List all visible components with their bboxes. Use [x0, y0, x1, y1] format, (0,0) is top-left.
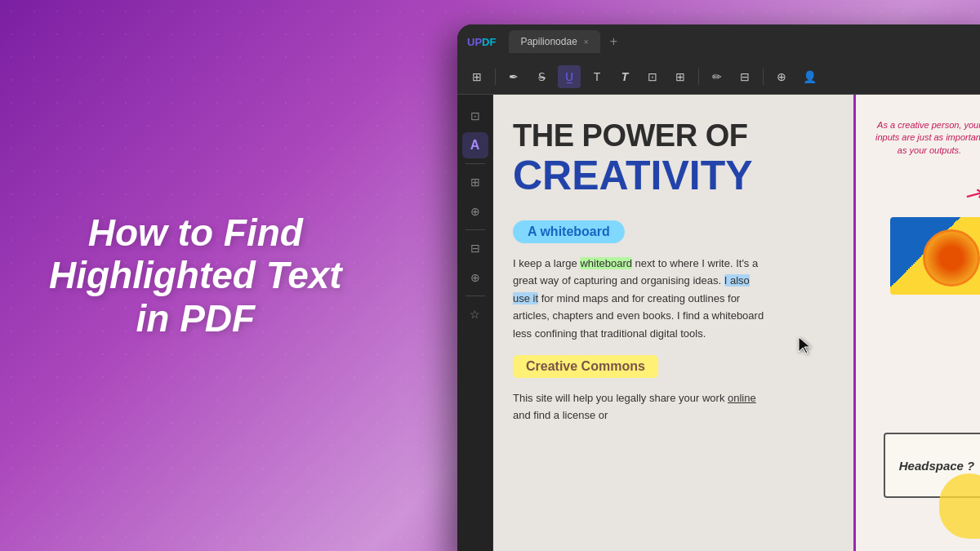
toolbar-sep-1 — [495, 69, 496, 85]
highlight-whiteboard: whiteboard — [580, 257, 632, 269]
toolbar-underline-icon[interactable]: U̲ — [558, 65, 581, 88]
toolbar-highlight-icon[interactable]: ✏ — [706, 65, 728, 88]
toolbar-user-icon[interactable]: 👤 — [798, 65, 821, 88]
right-quote-text: As a creative person, your inputs are ju… — [872, 119, 980, 157]
toolbar-sep-3 — [763, 69, 764, 85]
app-window: UPDF Papilionodae × + ⊞ ✒ S̶ U̲ T T ⊡ ⊞ … — [457, 24, 980, 551]
toolbar-text-icon[interactable]: T — [586, 65, 608, 88]
sidebar-sep-3 — [466, 295, 485, 296]
tab-close-button[interactable]: × — [584, 38, 589, 47]
sidebar-layers-icon[interactable]: ⊟ — [462, 235, 488, 261]
online-link[interactable]: online — [728, 392, 756, 404]
pdf-content: THE POWER OF CREATIVITY A whiteboard I k… — [493, 95, 980, 551]
sidebar-sep-1 — [466, 163, 485, 164]
sidebar-sep-2 — [466, 229, 485, 230]
sunflower-center — [923, 229, 980, 287]
sidebar-star-icon[interactable]: ☆ — [462, 301, 488, 327]
creative-commons-badge: Creative Commons — [513, 355, 658, 378]
pdf-body-paragraph-2: This site will help you legally share yo… — [513, 389, 766, 424]
hero-title: How to Find Highlighted Text in PDF — [49, 211, 342, 340]
toolbar-sep-2 — [698, 69, 699, 85]
mouse-cursor — [797, 335, 813, 358]
sunflower-image — [890, 217, 980, 295]
sidebar-search-icon[interactable]: ⊞ — [462, 169, 488, 195]
toolbar-crop-icon[interactable]: ⊕ — [770, 65, 793, 88]
toolbar-grid-icon[interactable]: ⊞ — [669, 65, 692, 88]
title-line-3: in PDF — [49, 297, 342, 340]
arrow-decoration: ↗ — [960, 177, 980, 210]
highlight-also-use: I also use it — [513, 274, 750, 304]
new-tab-button[interactable]: + — [610, 34, 617, 49]
right-deco-panel: As a creative person, your inputs are ju… — [853, 95, 980, 551]
toolbar: ⊞ ✒ S̶ U̲ T T ⊡ ⊞ ✏ ⊟ ⊕ 👤 — [457, 59, 980, 95]
sidebar-bookmark-icon[interactable]: ⊕ — [462, 198, 488, 224]
toolbar-pages-icon[interactable]: ⊞ — [466, 65, 488, 88]
toolbar-text-style-icon[interactable]: T — [613, 65, 636, 88]
headspace-text: Headspace ? — [899, 459, 975, 473]
pdf-title-creativity: CREATIVITY — [513, 155, 753, 196]
whiteboard-badge: A whiteboard — [513, 220, 625, 243]
sunflower-visual — [890, 217, 980, 295]
toolbar-pen-icon[interactable]: ✒ — [502, 65, 525, 88]
toolbar-strikethrough-icon[interactable]: S̶ — [530, 65, 553, 88]
toolbar-box-icon[interactable]: ⊡ — [641, 65, 664, 88]
title-line-1: How to Find — [49, 211, 342, 254]
left-sidebar: ⊡ A ⊞ ⊕ ⊟ ⊕ ☆ — [457, 95, 493, 551]
tab-title: Papilionodae — [520, 36, 577, 47]
updf-logo: UPDF — [467, 36, 496, 48]
title-bar: UPDF Papilionodae × + — [457, 24, 980, 59]
pdf-body-paragraph-1: I keep a large whiteboard next to where … — [513, 255, 766, 342]
main-area: ⊡ A ⊞ ⊕ ⊟ ⊕ ☆ THE POWER OF CREATIVITY — [457, 95, 980, 551]
toolbar-layout-icon[interactable]: ⊟ — [733, 65, 756, 88]
sidebar-pages-icon[interactable]: ⊡ — [462, 103, 488, 129]
sidebar-annotate-icon[interactable]: A — [462, 132, 488, 158]
yellow-blob-decoration — [939, 473, 980, 539]
app-tab[interactable]: Papilionodae × — [509, 30, 599, 53]
title-line-2: Highlighted Text — [49, 254, 342, 297]
sidebar-share-icon[interactable]: ⊕ — [462, 264, 488, 291]
